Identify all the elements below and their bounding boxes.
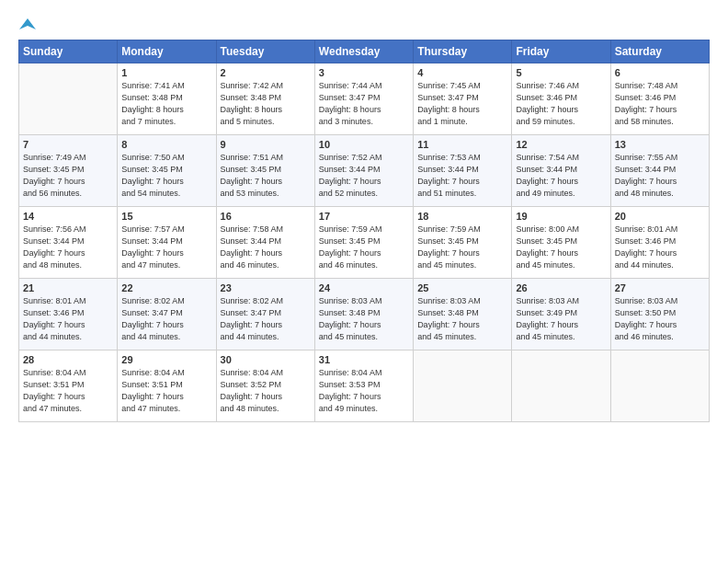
calendar-table: Sunday Monday Tuesday Wednesday Thursday… <box>18 40 710 422</box>
table-row: 20Sunrise: 8:01 AM Sunset: 3:46 PM Dayli… <box>610 207 709 279</box>
day-info: Sunrise: 7:41 AM Sunset: 3:48 PM Dayligh… <box>121 80 211 128</box>
day-number: 8 <box>121 139 211 150</box>
calendar-week-row: 14Sunrise: 7:56 AM Sunset: 3:44 PM Dayli… <box>19 207 710 279</box>
day-number: 28 <box>23 354 113 365</box>
day-number: 16 <box>221 211 311 222</box>
day-number: 27 <box>615 282 705 293</box>
header <box>18 17 710 30</box>
logo-bird-icon <box>19 17 36 33</box>
table-row: 15Sunrise: 7:57 AM Sunset: 3:44 PM Dayli… <box>118 207 216 279</box>
day-info: Sunrise: 8:04 AM Sunset: 3:51 PM Dayligh… <box>23 367 113 415</box>
table-row: 12Sunrise: 7:54 AM Sunset: 3:44 PM Dayli… <box>512 135 610 207</box>
calendar-week-row: 7Sunrise: 7:49 AM Sunset: 3:45 PM Daylig… <box>19 135 710 207</box>
day-info: Sunrise: 8:02 AM Sunset: 3:47 PM Dayligh… <box>121 295 211 343</box>
table-row: 30Sunrise: 8:04 AM Sunset: 3:52 PM Dayli… <box>216 350 314 422</box>
day-number: 6 <box>615 67 705 78</box>
day-number: 21 <box>23 282 113 293</box>
table-row: 14Sunrise: 7:56 AM Sunset: 3:44 PM Dayli… <box>19 207 118 279</box>
table-row: 9Sunrise: 7:51 AM Sunset: 3:45 PM Daylig… <box>216 135 314 207</box>
day-number: 30 <box>221 354 311 365</box>
table-row: 2Sunrise: 7:42 AM Sunset: 3:48 PM Daylig… <box>216 63 314 135</box>
col-wednesday: Wednesday <box>314 40 413 63</box>
day-number: 25 <box>417 282 507 293</box>
table-row <box>610 350 709 422</box>
table-row: 29Sunrise: 8:04 AM Sunset: 3:51 PM Dayli… <box>118 350 216 422</box>
table-row: 10Sunrise: 7:52 AM Sunset: 3:44 PM Dayli… <box>314 135 413 207</box>
day-info: Sunrise: 7:53 AM Sunset: 3:44 PM Dayligh… <box>417 152 507 200</box>
day-number: 5 <box>516 67 606 78</box>
table-row: 26Sunrise: 8:03 AM Sunset: 3:49 PM Dayli… <box>512 279 610 350</box>
day-info: Sunrise: 7:51 AM Sunset: 3:45 PM Dayligh… <box>221 152 311 200</box>
day-info: Sunrise: 7:59 AM Sunset: 3:45 PM Dayligh… <box>417 224 507 271</box>
col-thursday: Thursday <box>414 40 512 63</box>
col-monday: Monday <box>118 40 216 63</box>
day-info: Sunrise: 7:57 AM Sunset: 3:44 PM Dayligh… <box>121 224 211 271</box>
day-number: 15 <box>121 211 211 222</box>
table-row: 7Sunrise: 7:49 AM Sunset: 3:45 PM Daylig… <box>19 135 118 207</box>
table-row: 21Sunrise: 8:01 AM Sunset: 3:46 PM Dayli… <box>19 279 118 350</box>
table-row: 3Sunrise: 7:44 AM Sunset: 3:47 PM Daylig… <box>314 63 413 135</box>
day-info: Sunrise: 8:04 AM Sunset: 3:51 PM Dayligh… <box>121 367 211 415</box>
table-row: 4Sunrise: 7:45 AM Sunset: 3:47 PM Daylig… <box>414 63 512 135</box>
table-row: 8Sunrise: 7:50 AM Sunset: 3:45 PM Daylig… <box>118 135 216 207</box>
table-row <box>512 350 610 422</box>
calendar-header-row: Sunday Monday Tuesday Wednesday Thursday… <box>19 40 710 63</box>
table-row: 27Sunrise: 8:03 AM Sunset: 3:50 PM Dayli… <box>610 279 709 350</box>
day-number: 1 <box>121 67 211 78</box>
day-number: 20 <box>615 211 705 222</box>
col-tuesday: Tuesday <box>216 40 314 63</box>
table-row: 22Sunrise: 8:02 AM Sunset: 3:47 PM Dayli… <box>118 279 216 350</box>
day-info: Sunrise: 8:00 AM Sunset: 3:45 PM Dayligh… <box>516 224 606 271</box>
col-saturday: Saturday <box>610 40 709 63</box>
day-info: Sunrise: 7:56 AM Sunset: 3:44 PM Dayligh… <box>23 224 113 271</box>
day-number: 2 <box>221 67 311 78</box>
day-info: Sunrise: 7:58 AM Sunset: 3:44 PM Dayligh… <box>221 224 311 271</box>
day-number: 11 <box>417 139 507 150</box>
day-number: 23 <box>221 282 311 293</box>
day-info: Sunrise: 8:01 AM Sunset: 3:46 PM Dayligh… <box>615 224 705 271</box>
table-row: 28Sunrise: 8:04 AM Sunset: 3:51 PM Dayli… <box>19 350 118 422</box>
day-info: Sunrise: 8:04 AM Sunset: 3:52 PM Dayligh… <box>221 367 311 415</box>
table-row: 19Sunrise: 8:00 AM Sunset: 3:45 PM Dayli… <box>512 207 610 279</box>
table-row <box>414 350 512 422</box>
table-row: 6Sunrise: 7:48 AM Sunset: 3:46 PM Daylig… <box>610 63 709 135</box>
day-info: Sunrise: 8:03 AM Sunset: 3:49 PM Dayligh… <box>516 295 606 343</box>
day-info: Sunrise: 8:02 AM Sunset: 3:47 PM Dayligh… <box>221 295 311 343</box>
day-info: Sunrise: 7:42 AM Sunset: 3:48 PM Dayligh… <box>221 80 311 128</box>
calendar-week-row: 28Sunrise: 8:04 AM Sunset: 3:51 PM Dayli… <box>19 350 710 422</box>
calendar-week-row: 21Sunrise: 8:01 AM Sunset: 3:46 PM Dayli… <box>19 279 710 350</box>
day-info: Sunrise: 7:54 AM Sunset: 3:44 PM Dayligh… <box>516 152 606 200</box>
day-number: 14 <box>23 211 113 222</box>
day-info: Sunrise: 7:59 AM Sunset: 3:45 PM Dayligh… <box>319 224 409 271</box>
table-row: 23Sunrise: 8:02 AM Sunset: 3:47 PM Dayli… <box>216 279 314 350</box>
day-number: 18 <box>417 211 507 222</box>
table-row: 24Sunrise: 8:03 AM Sunset: 3:48 PM Dayli… <box>314 279 413 350</box>
table-row: 1Sunrise: 7:41 AM Sunset: 3:48 PM Daylig… <box>118 63 216 135</box>
day-number: 22 <box>121 282 211 293</box>
table-row: 13Sunrise: 7:55 AM Sunset: 3:44 PM Dayli… <box>610 135 709 207</box>
day-number: 3 <box>319 67 409 78</box>
logo <box>18 17 36 30</box>
day-info: Sunrise: 8:03 AM Sunset: 3:50 PM Dayligh… <box>615 295 705 343</box>
page: Sunday Monday Tuesday Wednesday Thursday… <box>0 0 728 563</box>
day-number: 13 <box>615 139 705 150</box>
svg-marker-0 <box>19 18 36 29</box>
table-row: 11Sunrise: 7:53 AM Sunset: 3:44 PM Dayli… <box>414 135 512 207</box>
table-row: 31Sunrise: 8:04 AM Sunset: 3:53 PM Dayli… <box>314 350 413 422</box>
table-row: 25Sunrise: 8:03 AM Sunset: 3:48 PM Dayli… <box>414 279 512 350</box>
day-info: Sunrise: 7:52 AM Sunset: 3:44 PM Dayligh… <box>319 152 409 200</box>
table-row <box>19 63 118 135</box>
table-row: 17Sunrise: 7:59 AM Sunset: 3:45 PM Dayli… <box>314 207 413 279</box>
day-info: Sunrise: 7:55 AM Sunset: 3:44 PM Dayligh… <box>615 152 705 200</box>
day-number: 10 <box>319 139 409 150</box>
day-number: 24 <box>319 282 409 293</box>
day-info: Sunrise: 7:50 AM Sunset: 3:45 PM Dayligh… <box>121 152 211 200</box>
day-info: Sunrise: 8:04 AM Sunset: 3:53 PM Dayligh… <box>319 367 409 415</box>
day-info: Sunrise: 8:01 AM Sunset: 3:46 PM Dayligh… <box>23 295 113 343</box>
day-number: 7 <box>23 139 113 150</box>
day-info: Sunrise: 7:44 AM Sunset: 3:47 PM Dayligh… <box>319 80 409 128</box>
day-number: 17 <box>319 211 409 222</box>
day-info: Sunrise: 7:49 AM Sunset: 3:45 PM Dayligh… <box>23 152 113 200</box>
day-number: 29 <box>121 354 211 365</box>
day-number: 26 <box>516 282 606 293</box>
